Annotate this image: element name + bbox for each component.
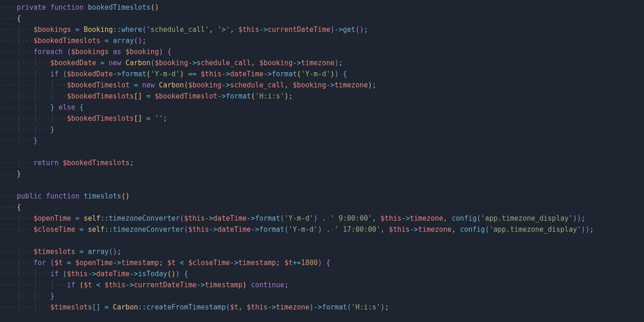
code-line: ····│···$closeTime = self::timezoneConve… — [0, 225, 594, 234]
code-line: ····│···│···$bookedDate = new Carbon($bo… — [0, 59, 343, 67]
code-line: ····│···$timeslots = array(); — [0, 248, 121, 256]
code-line: ····│···} — [0, 136, 38, 145]
code-line: ····│···│···│···if ($t < $this->currentD… — [0, 281, 288, 289]
code-line: ····│···return $bookedTimeslots; — [0, 159, 134, 167]
code-line: ····│···│···} — [0, 292, 54, 300]
code-line: ····│···for ($t = $openTime->timestamp; … — [0, 259, 330, 267]
code-line: ····│···│···if ($this->dateTime->isToday… — [0, 270, 188, 278]
code-line: ····│···│···if ($bookedDate->format('Y-m… — [0, 70, 347, 78]
code-line: ····{ — [0, 14, 21, 23]
code-line: ····} — [0, 170, 21, 178]
code-line: ····│···│···│···$bookedTimeslot = new Ca… — [0, 81, 376, 89]
code-line: ····│···$bookings = Booking::where('sche… — [0, 25, 368, 34]
code-line: ····│···│···} — [0, 125, 54, 134]
code-line: ····│···│···│···$bookedTimeslots[] = ''; — [0, 114, 167, 123]
code-line: ····│···foreach ($bookings as $booking) … — [0, 48, 171, 56]
code-line: ····│···$openTime = self::timezoneConver… — [0, 214, 585, 223]
code-line: ····private function bookedTimeslots() — [0, 3, 159, 12]
code-line: ····│···│···} else { — [0, 103, 84, 111]
code-line: ····│···│···│···$bookedTimeslots[] = $bo… — [0, 92, 293, 100]
code-line: ····│···$bookedTimeslots = array(); — [0, 37, 146, 45]
code-line: ····│···│···$timeslots[] = Carbon::creat… — [0, 303, 389, 311]
code-line: ····{ — [0, 203, 21, 211]
code-editor[interactable]: ····private function bookedTimeslots() ·… — [0, 0, 644, 313]
code-line: ····public function timeslots() — [0, 192, 130, 200]
